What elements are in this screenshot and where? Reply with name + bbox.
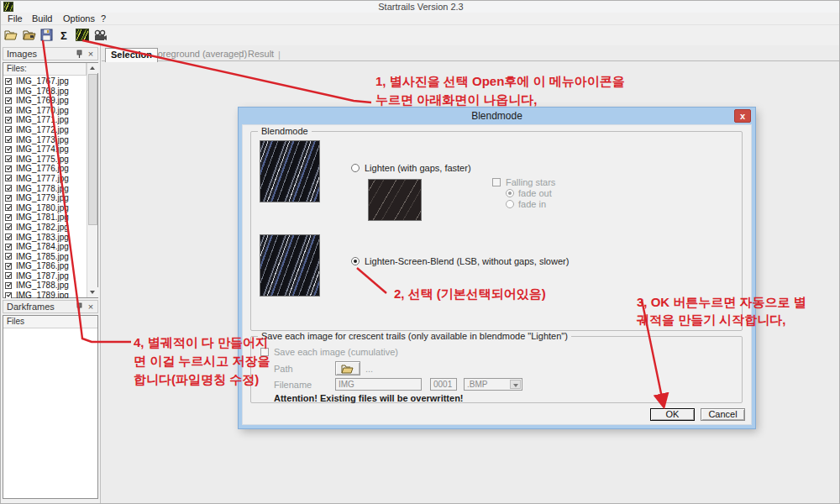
file-list-item[interactable]: IMG_1771.jpg: [4, 115, 87, 125]
file-list-item[interactable]: IMG_1785.jpg: [4, 252, 87, 262]
close-panel-icon[interactable]: ×: [87, 301, 95, 312]
file-list-item[interactable]: IMG_1776.jpg: [4, 164, 87, 174]
checkbox-checked-icon[interactable]: [5, 272, 12, 279]
tab-result[interactable]: Result: [243, 48, 279, 61]
file-list-item[interactable]: IMG_1782.jpg: [4, 223, 87, 233]
file-list-item[interactable]: IMG_1774.jpg: [4, 144, 87, 155]
file-list-item[interactable]: IMG_1768.jpg: [4, 87, 87, 97]
ok-button[interactable]: OK: [650, 408, 695, 421]
scroll-up-icon[interactable]: [87, 63, 98, 73]
filename-input[interactable]: IMG: [335, 378, 422, 391]
darkframes-file-list: Files: [3, 315, 98, 499]
file-list-item[interactable]: IMG_1788.jpg: [4, 281, 87, 291]
fade-in-radio[interactable]: [506, 200, 514, 208]
blendmode-button[interactable]: [76, 29, 91, 43]
checkbox-checked-icon[interactable]: [5, 97, 12, 104]
file-list-item[interactable]: IMG_1769.jpg: [4, 96, 87, 106]
file-list-item[interactable]: IMG_1781.jpg: [4, 213, 87, 223]
pin-icon[interactable]: [76, 50, 83, 58]
window-title: Startrails Version 2.3: [1, 2, 840, 12]
file-name-label: IMG_1769.jpg: [16, 96, 69, 105]
dialog-close-button[interactable]: x: [734, 109, 751, 123]
note1-line2: 누르면 아래화면이 나옵니다,: [375, 91, 625, 109]
build-sigma-button[interactable]: Σ: [58, 29, 70, 43]
lighten-radio[interactable]: [351, 164, 360, 172]
checkbox-checked-icon[interactable]: [5, 87, 12, 94]
file-name-label: IMG_1775.jpg: [16, 155, 69, 164]
extension-value: .BMP: [467, 380, 487, 389]
tab-selection[interactable]: Selection: [105, 48, 158, 62]
darkframes-panel-title: Darkframes: [7, 302, 55, 312]
falling-stars-checkbox[interactable]: [492, 178, 501, 186]
open-images-button[interactable]: [4, 29, 19, 43]
open-folder-icon: [4, 29, 18, 42]
checkbox-checked-icon[interactable]: [5, 244, 12, 250]
file-list-item[interactable]: IMG_1787.jpg: [4, 271, 87, 281]
cancel-button[interactable]: Cancel: [701, 408, 745, 421]
blendmode-dialog: Blendmode x Blendmode Lighten (with gaps…: [239, 108, 755, 428]
file-list-item[interactable]: IMG_1779.jpg: [4, 193, 87, 203]
checkbox-checked-icon[interactable]: [5, 204, 12, 211]
toolbar: Σ: [1, 24, 840, 45]
checkbox-checked-icon[interactable]: [5, 223, 12, 230]
chevron-down-icon[interactable]: [510, 380, 521, 389]
file-name-label: IMG_1774.jpg: [16, 144, 69, 154]
pin-icon[interactable]: [76, 302, 83, 311]
checkbox-checked-icon[interactable]: [5, 282, 12, 289]
checkbox-checked-icon[interactable]: [5, 292, 12, 298]
file-list-item[interactable]: IMG_1767.jpg: [4, 76, 87, 87]
checkbox-checked-icon[interactable]: [5, 155, 12, 162]
file-name-label: IMG_1771.jpg: [16, 115, 69, 124]
falling-stars-thumbnail: [368, 179, 422, 221]
file-list-item[interactable]: IMG_1784.jpg: [4, 242, 87, 252]
video-camera-icon: [93, 29, 108, 42]
startrails-window: Startrails Version 2.3 File Build Option…: [0, 0, 840, 504]
filename-label: Filename: [274, 380, 312, 390]
checkbox-checked-icon[interactable]: [5, 185, 12, 192]
checkbox-checked-icon[interactable]: [5, 136, 12, 143]
checkbox-checked-icon[interactable]: [5, 253, 12, 260]
menu-build[interactable]: Build: [29, 13, 55, 24]
file-list-item[interactable]: IMG_1772.jpg: [4, 125, 87, 135]
file-list-item[interactable]: IMG_1780.jpg: [4, 203, 87, 213]
fade-out-radio[interactable]: [506, 189, 514, 197]
scroll-thumb[interactable]: [88, 74, 97, 225]
file-list-item[interactable]: IMG_1770.jpg: [4, 106, 87, 116]
counter-input[interactable]: 0001: [430, 378, 457, 391]
lsb-radio[interactable]: [351, 257, 360, 265]
tab-foreground[interactable]: Foreground (averaged): [147, 48, 252, 61]
checkbox-checked-icon[interactable]: [5, 117, 12, 123]
checkbox-checked-icon[interactable]: [5, 214, 12, 221]
open-darkframes-button[interactable]: [23, 29, 38, 43]
extension-select[interactable]: .BMP: [464, 378, 522, 391]
save-button[interactable]: [40, 29, 55, 43]
file-name-label: IMG_1786.jpg: [16, 261, 69, 270]
video-button[interactable]: [93, 29, 108, 43]
checkbox-checked-icon[interactable]: [5, 126, 12, 133]
file-list-item[interactable]: IMG_1775.jpg: [4, 155, 87, 165]
checkbox-checked-icon[interactable]: [5, 175, 12, 181]
checkbox-checked-icon[interactable]: [5, 107, 12, 113]
checkbox-checked-icon[interactable]: [5, 78, 12, 85]
browse-path-button[interactable]: [335, 361, 360, 375]
file-list-item[interactable]: IMG_1789.jpg: [4, 291, 87, 298]
file-list-item[interactable]: IMG_1778.jpg: [4, 184, 87, 194]
checkbox-checked-icon[interactable]: [5, 195, 12, 202]
files-scrollbar[interactable]: [87, 63, 97, 297]
file-list-item[interactable]: IMG_1786.jpg: [4, 261, 87, 271]
menu-help[interactable]: ?: [97, 13, 109, 24]
close-panel-icon[interactable]: ×: [87, 48, 95, 60]
scroll-down-icon[interactable]: [87, 287, 98, 297]
menu-file[interactable]: File: [4, 13, 26, 24]
checkbox-checked-icon[interactable]: [5, 165, 12, 172]
menu-options[interactable]: Options: [60, 13, 98, 24]
note1-line1: 1, 별사진을 선택 Open후에 이 메뉴아이콘을: [375, 72, 625, 91]
browse-folder-icon: [341, 364, 354, 375]
checkbox-checked-icon[interactable]: [5, 146, 12, 153]
file-list-item[interactable]: IMG_1773.jpg: [4, 135, 87, 145]
checkbox-checked-icon[interactable]: [5, 234, 12, 240]
falling-stars-label: Falling stars: [506, 177, 555, 187]
file-list-item[interactable]: IMG_1783.jpg: [4, 233, 87, 243]
file-list-item[interactable]: IMG_1777.jpg: [4, 174, 87, 184]
checkbox-checked-icon[interactable]: [5, 263, 12, 270]
